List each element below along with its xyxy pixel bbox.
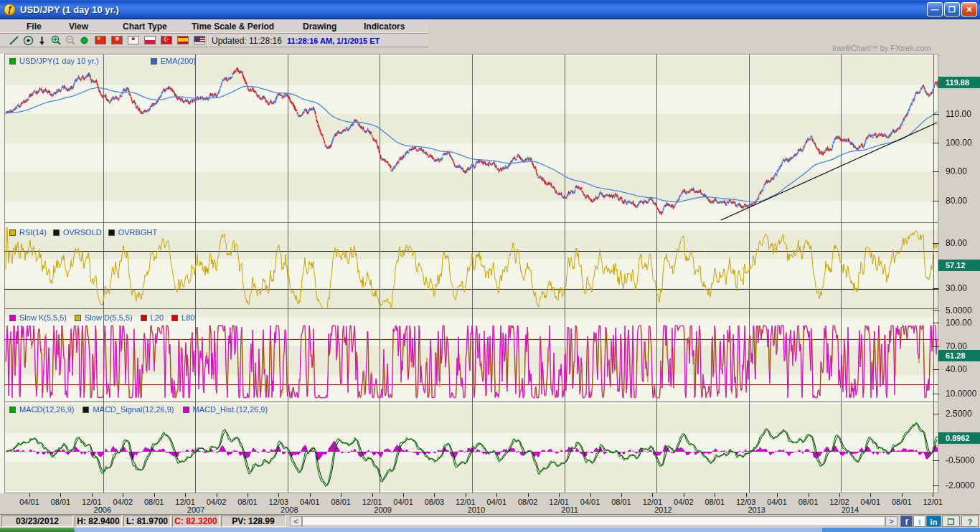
facebook-button[interactable]: f bbox=[900, 516, 913, 527]
twitter-button[interactable]: t bbox=[913, 516, 925, 527]
usa-emblem bbox=[194, 37, 200, 41]
axis-tick-mark bbox=[933, 346, 939, 347]
legend-swatch-icon bbox=[171, 315, 178, 321]
price-axis-gutter: 110.00100.0090.0080.00119.8880.0030.005.… bbox=[938, 47, 980, 493]
scroll-left-button[interactable]: < bbox=[290, 516, 302, 526]
share-button[interactable]: ❒ bbox=[942, 516, 960, 527]
scroll-right-button[interactable]: > bbox=[885, 516, 897, 526]
legend-label: EMA(200) bbox=[161, 57, 197, 65]
linkedin-button[interactable]: in bbox=[926, 516, 941, 527]
menu-item-drawing[interactable]: Drawing bbox=[300, 21, 339, 32]
horizontal-scrollbar-track[interactable] bbox=[302, 516, 885, 526]
legend-label: Slow D(5,5,5) bbox=[85, 313, 133, 322]
watermark: IntelliChart™ by FXtrek.com bbox=[832, 44, 931, 52]
macd-axis-label: -2.0000 bbox=[946, 480, 975, 490]
trendline-tool[interactable] bbox=[7, 34, 20, 47]
rsi-legend: RSI(14)OVRSOLDOVRBGHT bbox=[9, 228, 157, 237]
chart-canvas[interactable] bbox=[0, 54, 938, 493]
arrow-down-tool[interactable] bbox=[35, 34, 48, 47]
restore-button[interactable]: ❐ bbox=[944, 2, 960, 16]
close-button[interactable]: ✕ bbox=[961, 2, 977, 16]
time-axis-tick bbox=[278, 493, 279, 497]
time-axis-tick bbox=[154, 493, 155, 497]
stoch-legend: Slow K(5,5,5)Slow D(5,5,5)L20L80 bbox=[9, 313, 194, 322]
price-axis-label: 100.00 bbox=[946, 138, 972, 148]
time-axis-tick bbox=[403, 493, 404, 497]
stoch-legend-item: L80 bbox=[171, 313, 194, 322]
time-axis-year-label: 2011 bbox=[554, 505, 585, 514]
time-axis-year-label: 2006 bbox=[87, 505, 118, 514]
time-axis-date-label: 04/01 bbox=[14, 498, 45, 506]
flag-japan-icon[interactable]: ● bbox=[128, 36, 139, 44]
legend-label: Slow K(5,5,5) bbox=[19, 313, 67, 322]
axis-tick-mark bbox=[933, 323, 939, 323]
time-axis-date-label: 08/03 bbox=[418, 498, 450, 506]
flag-turkey-icon[interactable]: ☪ bbox=[161, 36, 172, 44]
flag-hong-kong-icon[interactable]: ✻ bbox=[111, 36, 123, 44]
rsi-legend-item: RSI(14) bbox=[9, 228, 47, 237]
time-axis-date-label: 08/01 bbox=[606, 498, 637, 506]
menu-item-chart-type[interactable]: Chart Type bbox=[120, 21, 170, 32]
time-axis-tick bbox=[310, 493, 311, 497]
menu-item-file[interactable]: File bbox=[24, 21, 44, 32]
crosshair-tool[interactable] bbox=[22, 34, 34, 47]
zoom-in-tool[interactable] bbox=[50, 34, 62, 47]
legend-swatch-icon bbox=[83, 407, 89, 413]
turkey-emblem: ☪ bbox=[164, 36, 169, 43]
time-axis-tick bbox=[466, 493, 466, 497]
zoom-out-tool[interactable] bbox=[64, 34, 77, 47]
time-axis-tick bbox=[123, 493, 123, 497]
legend-swatch-icon bbox=[9, 229, 16, 236]
stoch-axis-label: 100.00 bbox=[946, 318, 972, 328]
status-cell-0: 03/23/2012 bbox=[1, 516, 73, 527]
price-axis-label: 110.00 bbox=[946, 109, 971, 119]
time-axis-tick bbox=[839, 493, 840, 497]
title-bar: ƒ USD/JPY (1 day 10 yr.) —❐✕ bbox=[0, 0, 980, 19]
time-axis-date-label: 04/01 bbox=[294, 498, 326, 506]
legend-swatch-icon bbox=[151, 58, 157, 65]
axis-tick-mark bbox=[933, 143, 939, 143]
flag-spain-icon[interactable] bbox=[177, 36, 189, 44]
legend-label: USD/JPY(1 day 10 yr.) bbox=[19, 57, 99, 65]
time-axis-date-label: 04/01 bbox=[761, 498, 793, 506]
time-axis-tick bbox=[902, 493, 903, 497]
time-axis-tick bbox=[217, 493, 217, 497]
time-axis-date-label: 04/02 bbox=[107, 498, 138, 506]
time-axis-tick bbox=[559, 493, 560, 497]
time-axis-year-label: 2013 bbox=[741, 505, 773, 514]
rsi-legend-item: OVRBGHT bbox=[108, 228, 157, 237]
legend-label: L20 bbox=[151, 313, 164, 322]
flag-china-icon[interactable]: ★ bbox=[95, 36, 106, 44]
macd-legend-item: MACD_Signal(12,26,9) bbox=[83, 405, 174, 414]
axis-tick-mark bbox=[933, 288, 939, 289]
legend-swatch-icon bbox=[75, 315, 81, 321]
flag-usa-icon[interactable] bbox=[194, 36, 205, 44]
status-cell-3: C: 82.3200 bbox=[172, 516, 220, 527]
time-axis-date-label: 04/02 bbox=[668, 498, 699, 506]
time-axis-date-label: 04/01 bbox=[575, 498, 606, 506]
axis-tick-mark bbox=[933, 460, 939, 461]
rsi-axis-label: 5.0000 bbox=[946, 305, 972, 315]
time-axis-tick bbox=[341, 493, 341, 497]
flag-poland-icon[interactable] bbox=[144, 36, 156, 44]
time-axis-tick bbox=[496, 493, 497, 497]
updated-time: 11:28:16 AM, 1/1/2015 ET bbox=[287, 37, 380, 45]
app-logo-icon: ƒ bbox=[4, 4, 16, 16]
time-axis-tick bbox=[809, 493, 809, 497]
japan-emblem: ● bbox=[131, 36, 135, 42]
time-axis-tick bbox=[684, 493, 684, 497]
menu-item-indicators[interactable]: Indicators bbox=[361, 21, 407, 32]
legend-label: L80 bbox=[182, 313, 194, 322]
window-title: USD/JPY (1 day 10 yr.) bbox=[20, 4, 119, 15]
quote-dot[interactable] bbox=[77, 34, 90, 47]
menu-item-time-scale-period[interactable]: Time Scale & Period bbox=[189, 21, 277, 32]
window-controls: —❐✕ bbox=[927, 2, 977, 16]
axis-tick-mark bbox=[933, 394, 939, 394]
legend-swatch-icon bbox=[9, 407, 16, 413]
minimize-button[interactable]: — bbox=[927, 2, 943, 16]
time-axis-year-label: 2007 bbox=[180, 505, 212, 514]
menu-bar: FileViewChart TypeTime Scale & PeriodDra… bbox=[0, 19, 428, 33]
time-axis-date-label: 04/01 bbox=[481, 498, 512, 506]
menu-item-view[interactable]: View bbox=[66, 21, 91, 32]
help-button[interactable]: ? bbox=[961, 516, 979, 527]
